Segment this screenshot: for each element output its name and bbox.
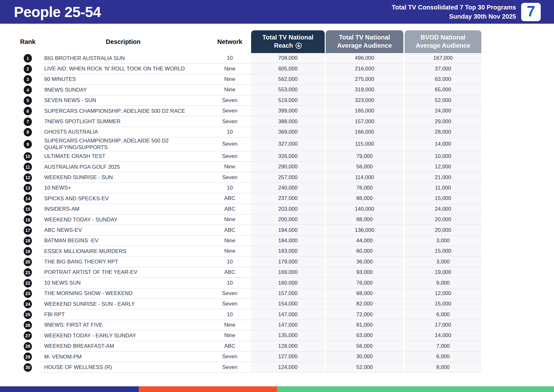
table-row: 12 WEEKEND SUNRISE - SUN Seven 257,000 1… (15, 172, 481, 183)
avg-audience-cell: 157,000 (326, 116, 403, 127)
table-row: 30 HOUSE OF WELLNESS (R) Seven 124,000 5… (15, 362, 481, 372)
rank-badge: 22 (24, 279, 32, 287)
bvod-cell: 7,000 (405, 341, 481, 352)
program-description: 7NEWS SPOTLIGHT SUMMER (40, 116, 208, 127)
rank-badge: 7 (24, 118, 32, 126)
program-description: BIG BROTHER AUSTRALIA SUN (40, 53, 208, 63)
table-row: 27 WEEKEND TODAY - EARLY SUNDAY Nine 135… (15, 330, 481, 341)
program-description: WEEKEND SUNRISE - SUN - EARLY (40, 299, 208, 309)
rank-badge: 13 (24, 184, 32, 192)
rank-badge: 23 (24, 289, 32, 298)
program-description: ESSEX MILLIONAIRE MURDERS (40, 246, 208, 256)
rank-badge: 29 (24, 353, 32, 361)
network-cell: Nine (208, 74, 251, 85)
network-cell: Seven (208, 172, 251, 183)
program-description: LIVE AID: WHEN ROCK 'N' ROLL TOOK ON THE… (40, 63, 208, 74)
column-header-total-tv-avg-audience: Total TV National Average Audience (326, 30, 403, 53)
rank-cell: 27 (15, 330, 40, 341)
avg-audience-cell: 86,000 (326, 193, 403, 204)
rank-cell: 8 (15, 127, 40, 137)
program-description: GHOSTS AUSTRALIA (40, 127, 208, 137)
rank-badge: 5 (24, 96, 32, 105)
reach-cell: 169,000 (251, 267, 325, 278)
reach-header-line1: Total TV National (262, 33, 314, 42)
bvod-cell: 14,000 (405, 330, 481, 341)
bvod-cell: 29,000 (405, 116, 481, 127)
reach-header-line2: Reach (274, 42, 293, 50)
program-description: HOUSE OF WELLNESS (R) (40, 362, 208, 372)
rank-cell: 6 (15, 106, 40, 116)
network-cell: Seven (208, 352, 251, 362)
column-header-total-tv-reach[interactable]: Total TV National Reach (251, 30, 325, 53)
rank-cell: 19 (15, 246, 40, 256)
reach-cell: 200,000 (251, 214, 325, 225)
rank-cell: 29 (15, 352, 40, 362)
page-header: People 25-54 Total TV Consolidated 7 Top… (0, 0, 554, 24)
rank-badge: 18 (24, 237, 32, 245)
rank-cell: 22 (15, 278, 40, 288)
network-cell: Nine (208, 246, 251, 256)
reach-cell: 194,000 (251, 225, 325, 235)
avg-audience-cell: 114,000 (326, 172, 403, 183)
network-cell: 10 (208, 309, 251, 320)
rank-badge: 10 (24, 152, 32, 161)
avg-audience-cell: 165,000 (326, 106, 403, 116)
reach-cell: 184,000 (251, 236, 325, 246)
network-cell: Seven (208, 116, 251, 127)
avg-audience-cell: 216,000 (326, 63, 403, 74)
rank-badge: 16 (24, 215, 32, 224)
rank-cell: 23 (15, 288, 40, 299)
bvod-cell: 52,000 (405, 95, 481, 106)
network-cell: Seven (208, 95, 251, 106)
avg-audience-cell: 166,000 (326, 127, 403, 137)
table-row: 4 9NEWS SUNDAY Nine 553,000 319,000 65,0… (15, 85, 481, 95)
program-description: ABC NEWS-EV (40, 225, 208, 235)
rank-cell: 13 (15, 183, 40, 193)
avg-audience-cell: 36,000 (326, 257, 403, 267)
seven-logo-glyph: 7 (527, 4, 535, 19)
table-row: 18 BATMAN BEGINS -EV Nine 184,000 44,000… (15, 236, 481, 246)
reach-cell: 605,000 (251, 63, 325, 74)
bvod-cell: 14,000 (405, 137, 481, 151)
bvod-cell: 21,000 (405, 172, 481, 183)
table-row: 20 THE BIG BANG THEORY RPT 10 179,000 36… (15, 257, 481, 267)
avg-audience-cell: 68,000 (326, 288, 403, 299)
network-cell: Seven (208, 362, 251, 372)
network-cell: ABC (208, 193, 251, 204)
network-cell: Nine (208, 85, 251, 95)
network-cell: Seven (208, 106, 251, 116)
rank-cell: 14 (15, 193, 40, 204)
table-row: 2 LIVE AID: WHEN ROCK 'N' ROLL TOOK ON T… (15, 63, 481, 74)
table-row: 15 INSIDERS-AM ABC 203,000 140,000 24,00… (15, 204, 481, 214)
avg-audience-cell: 44,000 (326, 236, 403, 246)
rank-badge: 24 (24, 300, 32, 308)
sort-descending-icon (295, 42, 302, 49)
program-description: SEVEN NEWS - SUN (40, 95, 208, 106)
bvod-cell: 167,000 (405, 53, 481, 63)
bvod-cell: 12,000 (405, 162, 481, 172)
rank-cell: 12 (15, 172, 40, 183)
rank-cell: 17 (15, 225, 40, 235)
reach-cell: 399,000 (251, 106, 325, 116)
bvod-cell: 12,000 (405, 288, 481, 299)
table-row: 13 10 NEWS+ 10 240,000 76,000 11,000 (15, 183, 481, 193)
rank-badge: 15 (24, 205, 32, 214)
bvod-cell: 20,000 (405, 214, 481, 225)
avg-audience-cell: 81,000 (326, 320, 403, 330)
program-description: 10 NEWS SUN (40, 278, 208, 288)
footer-segment-orange (139, 386, 277, 392)
reach-cell: 183,000 (251, 246, 325, 256)
network-cell: Nine (208, 214, 251, 225)
rank-cell: 15 (15, 204, 40, 214)
rank-cell: 21 (15, 267, 40, 278)
rank-badge: 21 (24, 268, 32, 277)
bvod-cell: 37,000 (405, 63, 481, 74)
avg-audience-cell: 56,000 (326, 162, 403, 172)
program-description: WEEKEND TODAY - SUNDAY (40, 214, 208, 225)
rank-cell: 28 (15, 341, 40, 352)
avg-audience-cell: 30,000 (326, 352, 403, 362)
bvod-cell: 6,000 (405, 309, 481, 320)
avg-audience-cell: 496,000 (326, 53, 403, 63)
avg-audience-cell: 140,000 (326, 204, 403, 214)
network-cell: ABC (208, 267, 251, 278)
